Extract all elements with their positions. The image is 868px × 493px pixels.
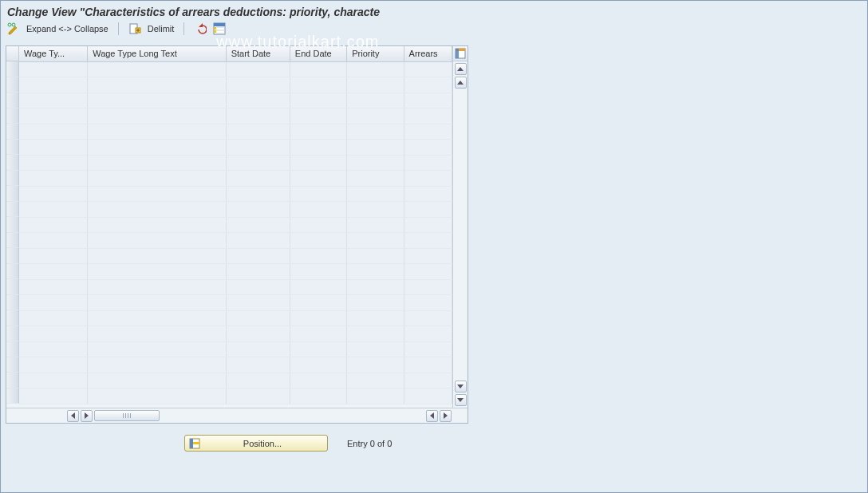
table-cell[interactable] <box>404 217 452 233</box>
table-cell[interactable] <box>290 171 346 187</box>
row-marker[interactable] <box>6 388 19 404</box>
table-cell[interactable] <box>226 279 290 295</box>
column-header[interactable]: Start Date <box>226 46 290 61</box>
table-cell[interactable] <box>88 61 227 77</box>
table-cell[interactable] <box>226 155 290 171</box>
row-marker[interactable] <box>6 373 19 388</box>
table-cell[interactable] <box>404 77 452 93</box>
column-header[interactable]: Wage Ty... <box>19 46 88 61</box>
table-cell[interactable] <box>347 357 404 373</box>
row-marker[interactable] <box>6 186 19 202</box>
table-cell[interactable] <box>347 140 404 156</box>
table-cell[interactable] <box>226 341 290 357</box>
table-cell[interactable] <box>88 326 227 342</box>
row-marker[interactable] <box>6 77 19 93</box>
table-cell[interactable] <box>19 310 88 326</box>
table-cell[interactable] <box>347 295 404 311</box>
table-cell[interactable] <box>290 202 346 218</box>
table-cell[interactable] <box>404 373 452 388</box>
table-cell[interactable] <box>290 217 346 233</box>
table-cell[interactable] <box>226 326 290 342</box>
table-cell[interactable] <box>290 310 346 326</box>
scroll-right-button[interactable] <box>440 410 452 422</box>
table-cell[interactable] <box>290 124 346 140</box>
undo-button[interactable] <box>192 22 208 36</box>
row-marker[interactable] <box>6 357 19 373</box>
table-cell[interactable] <box>404 326 452 342</box>
table-cell[interactable] <box>226 373 290 388</box>
table-cell[interactable] <box>404 248 452 264</box>
table-cell[interactable] <box>347 388 404 404</box>
scroll-up-button[interactable] <box>455 77 467 89</box>
row-marker[interactable] <box>6 264 19 280</box>
column-header[interactable]: Arrears <box>404 46 452 61</box>
table-cell[interactable] <box>226 295 290 311</box>
table-cell[interactable] <box>19 124 88 140</box>
table-cell[interactable] <box>88 248 227 264</box>
other-view-button[interactable] <box>6 22 22 36</box>
table-cell[interactable] <box>88 373 227 388</box>
table-cell[interactable] <box>290 93 346 108</box>
table-cell[interactable] <box>19 357 88 373</box>
table-cell[interactable] <box>290 140 346 156</box>
table-cell[interactable] <box>347 77 404 93</box>
column-header[interactable]: Priority <box>347 46 404 61</box>
table-cell[interactable] <box>404 93 452 108</box>
row-marker[interactable] <box>6 93 19 108</box>
row-marker[interactable] <box>6 202 19 218</box>
position-button[interactable]: Position... <box>184 435 328 452</box>
table-cell[interactable] <box>226 217 290 233</box>
table-cell[interactable] <box>88 155 227 171</box>
row-marker[interactable] <box>6 248 19 264</box>
table-cell[interactable] <box>19 264 88 280</box>
table-cell[interactable] <box>88 171 227 187</box>
table-cell[interactable] <box>226 140 290 156</box>
table-cell[interactable] <box>290 341 346 357</box>
table-cell[interactable] <box>347 279 404 295</box>
table-cell[interactable] <box>290 326 346 342</box>
table-cell[interactable] <box>19 61 88 77</box>
table-cell[interactable] <box>290 248 346 264</box>
table-cell[interactable] <box>347 310 404 326</box>
row-marker[interactable] <box>6 124 19 140</box>
table-cell[interactable] <box>347 202 404 218</box>
table-cell[interactable] <box>347 186 404 202</box>
row-marker[interactable] <box>6 310 19 326</box>
table-cell[interactable] <box>226 310 290 326</box>
table-cell[interactable] <box>226 357 290 373</box>
table-cell[interactable] <box>347 373 404 388</box>
scroll-top-button[interactable] <box>455 63 467 75</box>
row-marker[interactable] <box>6 140 19 156</box>
table-cell[interactable] <box>226 264 290 280</box>
row-marker[interactable] <box>6 279 19 295</box>
table-cell[interactable] <box>347 155 404 171</box>
row-marker[interactable] <box>6 155 19 171</box>
scroll-left-button[interactable] <box>67 410 79 422</box>
row-marker[interactable] <box>6 326 19 342</box>
table-cell[interactable] <box>404 202 452 218</box>
table-cell[interactable] <box>404 279 452 295</box>
table-cell[interactable] <box>88 124 227 140</box>
row-marker[interactable] <box>6 61 19 77</box>
table-cell[interactable] <box>19 217 88 233</box>
scroll-right-step-button[interactable] <box>81 410 93 422</box>
table-cell[interactable] <box>226 61 290 77</box>
table-cell[interactable] <box>88 295 227 311</box>
scroll-down-button[interactable] <box>455 381 467 392</box>
table-cell[interactable] <box>88 186 227 202</box>
table-cell[interactable] <box>88 140 227 156</box>
table-cell[interactable] <box>88 93 227 108</box>
table-cell[interactable] <box>226 248 290 264</box>
row-marker[interactable] <box>6 295 19 311</box>
table-cell[interactable] <box>19 77 88 93</box>
table-cell[interactable] <box>19 155 88 171</box>
table-cell[interactable] <box>226 202 290 218</box>
table-cell[interactable] <box>19 140 88 156</box>
table-cell[interactable] <box>19 248 88 264</box>
table-cell[interactable] <box>347 326 404 342</box>
expand-collapse-button[interactable]: Expand <-> Collapse <box>25 23 110 34</box>
row-marker[interactable] <box>6 171 19 187</box>
delimit-button[interactable]: Delimit <box>146 23 176 34</box>
table-cell[interactable] <box>404 186 452 202</box>
table-cell[interactable] <box>404 171 452 187</box>
